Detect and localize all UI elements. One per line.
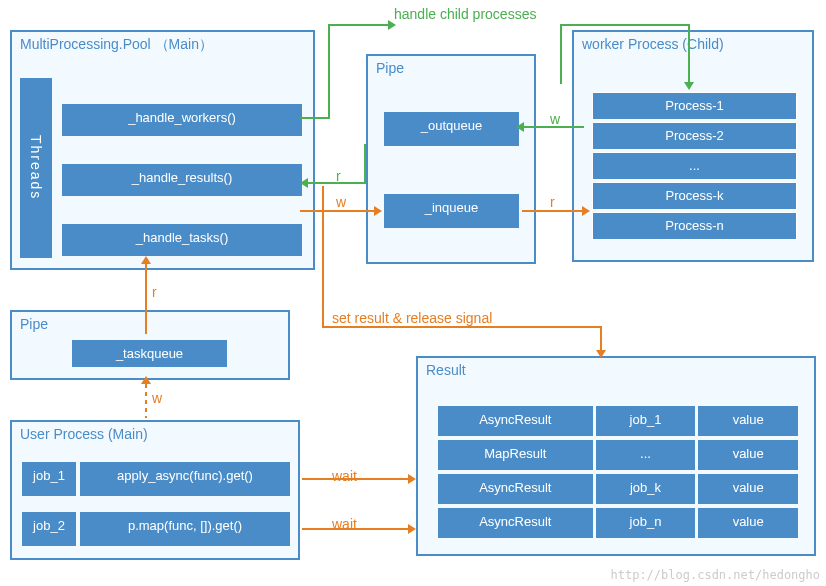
- pipe-left-box: Pipe _taskqueue: [10, 310, 290, 380]
- result-val: value: [698, 406, 798, 436]
- result-type: AsyncResult: [438, 474, 593, 504]
- arrow-worker-to-outqueue: [524, 126, 584, 128]
- arrow-handle-down: [560, 24, 562, 84]
- result-row: MapResult ... value: [438, 440, 798, 470]
- result-box: Result AsyncResult job_1 value MapResult…: [416, 356, 816, 556]
- user-process-box: User Process (Main) job_1 apply_async(fu…: [10, 420, 300, 560]
- result-row: AsyncResult job_1 value: [438, 406, 798, 436]
- arrow-setresult-to-result: [600, 326, 602, 350]
- pipe-top-box: Pipe _outqueue _inqueue: [366, 54, 536, 264]
- job1-id: job_1: [22, 462, 76, 496]
- threads-label: Threads: [20, 78, 52, 258]
- arrow-setresult-horiz: [322, 326, 602, 328]
- r-label-inqueue: r: [550, 194, 555, 210]
- arrow-user-to-taskqueue-dash: [145, 384, 147, 418]
- inqueue-node: _inqueue: [384, 194, 519, 228]
- user-process-title: User Process (Main): [12, 422, 298, 446]
- arrow-job1-wait: [302, 478, 408, 480]
- w-label-inqueue: w: [336, 194, 346, 210]
- result-title: Result: [418, 358, 814, 382]
- arrow-inqueue-to-worker: [522, 210, 582, 212]
- r-label-tasks: r: [152, 284, 157, 300]
- result-type: AsyncResult: [438, 406, 593, 436]
- job2-id: job_2: [22, 512, 76, 546]
- multiprocessing-pool-box: MultiProcessing.Pool （Main） Threads _han…: [10, 30, 315, 270]
- w-label-outqueue: w: [550, 111, 560, 127]
- process-row: Process-1: [592, 92, 797, 120]
- handle-workers-node: _handle_workers(): [62, 104, 302, 136]
- result-type: MapResult: [438, 440, 593, 470]
- handle-results-node: _handle_results(): [62, 164, 302, 196]
- pipe-left-title: Pipe: [12, 312, 288, 336]
- result-type: AsyncResult: [438, 508, 593, 538]
- outqueue-node: _outqueue: [384, 112, 519, 146]
- wait-label-1: wait: [332, 468, 357, 484]
- job1-call: apply_async(func).get(): [80, 462, 290, 496]
- user-job-row: job_2 p.map(func, []).get(): [22, 512, 290, 546]
- multiprocessing-pool-title: MultiProcessing.Pool （Main）: [12, 32, 313, 58]
- result-job: job_1: [596, 406, 696, 436]
- result-val: value: [698, 508, 798, 538]
- result-val: value: [698, 440, 798, 470]
- result-row: AsyncResult job_k value: [438, 474, 798, 504]
- arrow-handle-to-worker: [688, 24, 690, 82]
- job2-call: p.map(func, []).get(): [80, 512, 290, 546]
- process-row: ...: [592, 152, 797, 180]
- result-job: ...: [596, 440, 696, 470]
- set-result-label: set result & release signal: [332, 310, 492, 326]
- process-row: Process-n: [592, 212, 797, 240]
- process-row: Process-2: [592, 122, 797, 150]
- w-label-tasks: w: [152, 390, 162, 406]
- arrow-outqueue-to-results: [308, 182, 366, 184]
- arrow-workers-out: [300, 117, 330, 119]
- arrow-outqueue-down: [364, 144, 366, 184]
- arrow-taskqueue-to-tasks: [145, 264, 147, 334]
- arrow-to-handle-label: [328, 24, 388, 26]
- taskqueue-node: _taskqueue: [72, 340, 227, 367]
- worker-process-box: worker Process (Child) Process-1 Process…: [572, 30, 814, 262]
- arrow-setresult-vert: [322, 186, 324, 326]
- worker-process-title: worker Process (Child): [574, 32, 812, 56]
- arrow-workers-vert: [328, 24, 330, 119]
- arrow-tasks-to-inqueue: [328, 210, 374, 212]
- watermark: http://blog.csdn.net/hedongho: [610, 568, 820, 582]
- result-row: AsyncResult job_n value: [438, 508, 798, 538]
- result-job: job_k: [596, 474, 696, 504]
- result-val: value: [698, 474, 798, 504]
- result-job: job_n: [596, 508, 696, 538]
- arrow-job2-wait: [302, 528, 408, 530]
- handle-child-label: handle child processes: [394, 6, 536, 22]
- process-row: Process-k: [592, 182, 797, 210]
- pipe-top-title: Pipe: [368, 56, 534, 80]
- handle-tasks-node: _handle_tasks(): [62, 224, 302, 256]
- arrow-handle-horizontal: [560, 24, 690, 26]
- user-job-row: job_1 apply_async(func).get(): [22, 462, 290, 496]
- arrow-tasks-out: [300, 210, 330, 212]
